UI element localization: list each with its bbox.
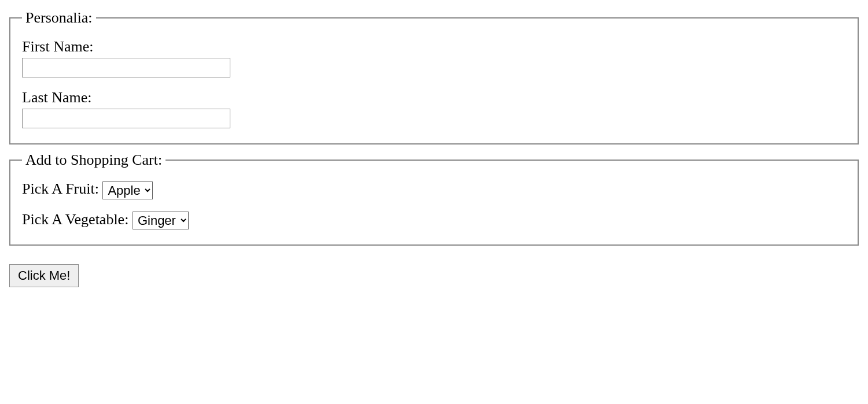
- fruit-row: Pick A Fruit: Apple: [22, 180, 846, 199]
- click-me-button[interactable]: Click Me!: [9, 264, 79, 287]
- first-name-label: First Name:: [22, 38, 846, 55]
- cart-legend: Add to Shopping Cart:: [22, 151, 165, 169]
- last-name-label: Last Name:: [22, 89, 846, 106]
- vegetable-select[interactable]: Ginger: [133, 212, 189, 229]
- fruit-select[interactable]: Apple: [102, 181, 153, 199]
- cart-fieldset: Add to Shopping Cart: Pick A Fruit: Appl…: [9, 151, 859, 246]
- fruit-label: Pick A Fruit:: [22, 180, 102, 197]
- first-name-input[interactable]: [22, 58, 230, 77]
- last-name-row: Last Name:: [22, 89, 846, 128]
- first-name-row: First Name:: [22, 38, 846, 77]
- personalia-legend: Personalia:: [22, 9, 96, 27]
- last-name-input[interactable]: [22, 109, 230, 128]
- main-form: Personalia: First Name: Last Name: Add t…: [9, 9, 859, 287]
- personalia-fieldset: Personalia: First Name: Last Name:: [9, 9, 859, 144]
- vegetable-row: Pick A Vegetable: Ginger: [22, 211, 846, 230]
- vegetable-label: Pick A Vegetable:: [22, 211, 133, 228]
